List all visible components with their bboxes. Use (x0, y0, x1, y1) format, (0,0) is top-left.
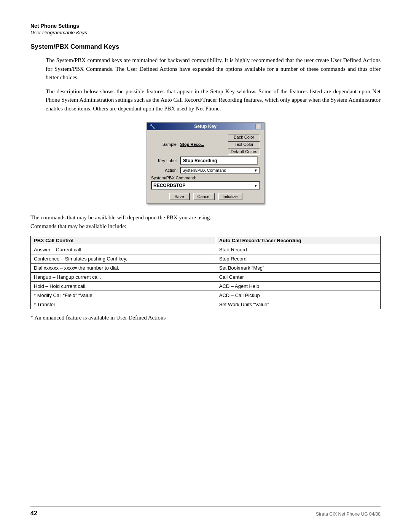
paragraph-2: The description below shows the possible… (30, 87, 381, 113)
cancel-button[interactable]: Cancel (193, 193, 215, 200)
initialize-button[interactable]: Initialize (218, 193, 242, 200)
paragraph-1: The System/PBX command keys are maintain… (30, 56, 381, 82)
dialog-container: 🔧 Setup Key × Sample: Stop Reco... Back … (30, 122, 381, 204)
col2-header: Auto Call Record/Tracer Recording (216, 236, 380, 245)
dialog-footer-buttons: Save Cancel Initialize (151, 193, 260, 200)
header-section: Net Phone Settings User Programmable Key… (30, 23, 381, 35)
color-buttons: Back Color Text Color Default Colors (228, 134, 260, 155)
section-title: Net Phone Settings (30, 23, 381, 29)
commands-table: PBX Call Control Auto Call Record/Tracer… (30, 236, 381, 309)
section-subtitle: User Programmable Keys (30, 30, 381, 35)
action-select[interactable]: System/PBX Command ▼ (180, 167, 260, 174)
page-number: 42 (30, 510, 37, 517)
table-header-row: PBX Call Control Auto Call Record/Tracer… (31, 236, 381, 245)
note-text: * An enhanced feature is available in Us… (30, 315, 381, 321)
dialog-titlebar: 🔧 Setup Key × (147, 123, 264, 130)
sample-text: Stop Reco... (180, 142, 204, 147)
section-heading: System/PBX Command Keys (30, 43, 381, 51)
key-label-field[interactable]: Stop Recording (180, 157, 258, 165)
text-color-button[interactable]: Text Color (228, 141, 260, 147)
table-intro: The commands that may be available will … (30, 213, 381, 230)
page-footer: 42 Strata CIX Net Phone UG 04/08 (30, 506, 381, 517)
table-row: Answer – Current call.Start Record (31, 245, 381, 254)
back-color-button[interactable]: Back Color (228, 134, 260, 140)
action-label: Action: (151, 168, 178, 173)
table-row: Hold – Hold current call.ACD – Agent Hel… (31, 282, 381, 291)
table-row: * TransferSet Work Units “Value” (31, 300, 381, 309)
footer-info: Strata CIX Net Phone UG 04/08 (316, 511, 381, 517)
table-row: Hangup – Hangup current call.Call Center (31, 273, 381, 282)
setup-key-dialog: 🔧 Setup Key × Sample: Stop Reco... Back … (147, 122, 264, 204)
action-dropdown-arrow: ▼ (254, 168, 258, 173)
action-row: Action: System/PBX Command ▼ (151, 167, 260, 174)
dialog-body: Sample: Stop Reco... Back Color Text Col… (147, 130, 264, 203)
dialog-title-icon: 🔧 (150, 124, 155, 129)
default-colors-button[interactable]: Default Colors (228, 149, 260, 155)
table-row: * Modify Call “Field” “ValueACD – Call P… (31, 291, 381, 300)
key-label-label: Key Label: (151, 158, 178, 163)
dialog-close-button[interactable]: × (255, 124, 261, 129)
pbx-command-select[interactable]: RECORDSTOP ▼ (151, 181, 260, 190)
table-row: Dial xxxxxx – xxxx= the number to dial.S… (31, 264, 381, 273)
pbx-dropdown-arrow: ▼ (254, 184, 258, 188)
sample-label: Sample: (151, 142, 178, 147)
pbx-command-label: System/PBX Command: (151, 176, 260, 180)
key-label-row: Key Label: Stop Recording (151, 157, 260, 165)
table-row: Conference – Simulates pushing Conf key.… (31, 254, 381, 264)
dialog-title-text: Setup Key (194, 124, 217, 129)
page: Net Phone Settings User Programmable Key… (0, 0, 411, 532)
sample-row: Sample: Stop Reco... Back Color Text Col… (151, 134, 260, 155)
col1-header: PBX Call Control (31, 236, 216, 245)
save-button[interactable]: Save (169, 193, 190, 200)
